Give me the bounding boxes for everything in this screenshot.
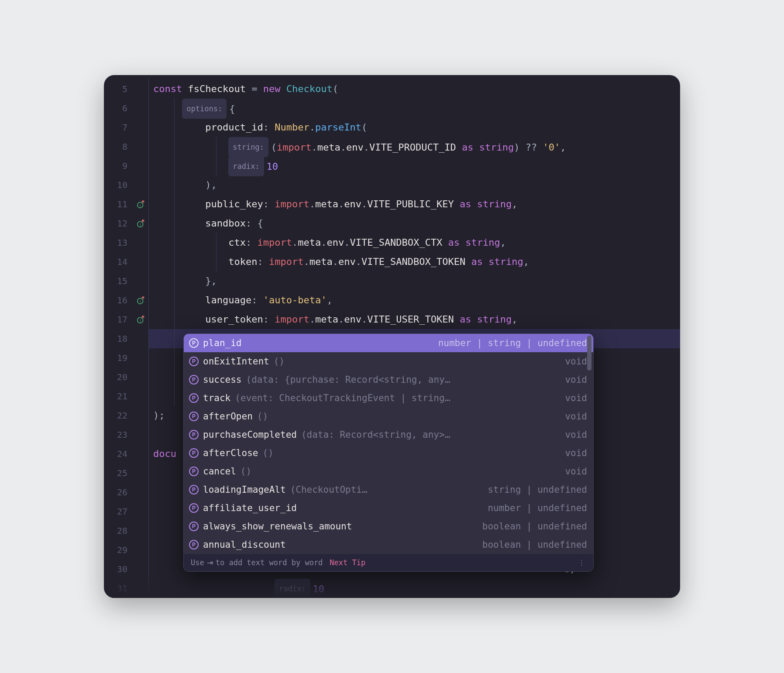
next-tip-link[interactable]: Next Tip bbox=[330, 558, 365, 567]
more-icon[interactable]: ⋮ bbox=[578, 558, 586, 567]
line-number[interactable]: 31 bbox=[104, 579, 134, 598]
line-number[interactable]: 5 bbox=[104, 79, 134, 99]
svg-text:I: I bbox=[140, 299, 141, 304]
code-line[interactable]: radix:10 bbox=[149, 579, 680, 598]
line-number[interactable]: 9 bbox=[104, 156, 134, 175]
scrollbar-thumb[interactable] bbox=[587, 336, 591, 371]
line-number[interactable]: 25 bbox=[104, 464, 134, 483]
inlay-hint: string: bbox=[228, 137, 268, 157]
property-icon: P bbox=[189, 338, 199, 348]
completion-popup[interactable]: Pplan_idnumber | string | undefinedPonEx… bbox=[183, 333, 594, 572]
completion-item[interactable]: Palways_show_renewals_amountboolean | un… bbox=[184, 517, 593, 536]
completion-item[interactable]: PafterOpen()void bbox=[184, 407, 593, 426]
completion-signature: (CheckoutOpti… bbox=[290, 484, 368, 495]
usage-hint-icon[interactable]: I bbox=[134, 195, 148, 214]
annotation-cell bbox=[134, 233, 148, 252]
completion-type: number | undefined bbox=[488, 503, 587, 513]
annotation-cell bbox=[134, 99, 148, 118]
property-icon: P bbox=[189, 412, 199, 421]
code-line[interactable]: options:{ bbox=[149, 99, 680, 118]
identifier: fsCheckout bbox=[188, 83, 245, 94]
property-icon: P bbox=[189, 430, 199, 440]
completion-item[interactable]: Pannual_discountboolean | undefined bbox=[184, 536, 593, 554]
code-line[interactable]: token: import.meta.env.VITE_SANDBOX_TOKE… bbox=[149, 252, 680, 271]
completion-list[interactable]: Pplan_idnumber | string | undefinedPonEx… bbox=[184, 334, 593, 554]
completion-item[interactable]: Pcancel()void bbox=[184, 462, 593, 481]
code-line[interactable]: sandbox: { bbox=[149, 214, 680, 233]
line-number[interactable]: 17 bbox=[104, 310, 134, 329]
usage-hint-icon[interactable]: I bbox=[134, 291, 148, 310]
code-line[interactable]: string:(import.meta.env.VITE_PRODUCT_ID … bbox=[149, 137, 680, 156]
completion-name: affiliate_user_id bbox=[203, 503, 297, 513]
completion-item[interactable]: Pplan_idnumber | string | undefined bbox=[184, 334, 593, 352]
code-line[interactable]: product_id: Number.parseInt( bbox=[149, 118, 680, 137]
line-number[interactable]: 21 bbox=[104, 387, 134, 406]
completion-type: boolean | undefined bbox=[482, 521, 587, 532]
line-number[interactable]: 6 bbox=[104, 99, 134, 118]
completion-item[interactable]: PafterClose()void bbox=[184, 444, 593, 462]
line-number[interactable]: 10 bbox=[104, 175, 134, 195]
line-number[interactable]: 24 bbox=[104, 444, 134, 464]
code-line[interactable]: const fsCheckout = new Checkout( bbox=[149, 79, 680, 99]
completion-item[interactable]: Psuccess(data: {purchase: Record<string,… bbox=[184, 371, 593, 389]
inlay-hint: options: bbox=[182, 99, 227, 119]
inlay-hint: radix: bbox=[228, 156, 264, 176]
code-line[interactable]: user_token: import.meta.env.VITE_USER_TO… bbox=[149, 310, 680, 329]
completion-name: success bbox=[203, 374, 242, 385]
line-number[interactable]: 18 bbox=[104, 329, 134, 348]
completion-signature: () bbox=[262, 448, 273, 458]
completion-type: void bbox=[565, 429, 587, 440]
completion-type: number | string | undefined bbox=[438, 338, 587, 348]
line-number[interactable]: 23 bbox=[104, 425, 134, 444]
operator: = bbox=[251, 83, 257, 94]
annotation-cell bbox=[134, 387, 148, 406]
completion-name: purchaseCompleted bbox=[203, 429, 297, 440]
completion-type: void bbox=[565, 356, 587, 367]
completion-item[interactable]: PloadingImageAlt (CheckoutOpti…string | … bbox=[184, 481, 593, 499]
line-number[interactable]: 12 bbox=[104, 214, 134, 233]
code-line[interactable]: radix:10 bbox=[149, 156, 680, 175]
line-number[interactable]: 27 bbox=[104, 502, 134, 521]
property-icon: P bbox=[189, 467, 199, 476]
property-icon: P bbox=[189, 522, 199, 531]
annotation-cell bbox=[134, 425, 148, 444]
completion-signature: (data: {purchase: Record<string, any… bbox=[246, 374, 450, 385]
number: 10 bbox=[267, 161, 279, 172]
line-number[interactable]: 8 bbox=[104, 137, 134, 156]
keyword: new bbox=[263, 83, 281, 94]
line-number[interactable]: 26 bbox=[104, 483, 134, 502]
usage-hint-icon[interactable]: I bbox=[134, 310, 148, 329]
completion-type: void bbox=[565, 448, 587, 458]
line-number[interactable]: 30 bbox=[104, 560, 134, 579]
completion-item[interactable]: Paffiliate_user_idnumber | undefined bbox=[184, 499, 593, 517]
code-line[interactable]: language: 'auto-beta', bbox=[149, 291, 680, 310]
completion-item[interactable]: PonExitIntent()void bbox=[184, 352, 593, 371]
line-number[interactable]: 7 bbox=[104, 118, 134, 137]
annotation-cell bbox=[134, 367, 148, 387]
code-line[interactable]: public_key: import.meta.env.VITE_PUBLIC_… bbox=[149, 195, 680, 214]
line-number[interactable]: 29 bbox=[104, 540, 134, 560]
completion-name: afterClose bbox=[203, 448, 258, 458]
usage-hint-icon[interactable]: I bbox=[134, 214, 148, 233]
line-number[interactable]: 13 bbox=[104, 233, 134, 252]
code-line[interactable]: ctx: import.meta.env.VITE_SANDBOX_CTX as… bbox=[149, 233, 680, 252]
line-number[interactable]: 14 bbox=[104, 252, 134, 271]
annotation-cell bbox=[134, 79, 148, 99]
class-name: Checkout bbox=[286, 83, 333, 94]
code-line[interactable]: }, bbox=[149, 271, 680, 291]
line-number[interactable]: 28 bbox=[104, 521, 134, 540]
property-icon: P bbox=[189, 393, 199, 403]
completion-item[interactable]: PpurchaseCompleted(data: Record<string, … bbox=[184, 426, 593, 444]
line-number[interactable]: 22 bbox=[104, 406, 134, 425]
line-number[interactable]: 11 bbox=[104, 195, 134, 214]
completion-item[interactable]: Ptrack(event: CheckoutTrackingEvent | st… bbox=[184, 389, 593, 407]
completion-signature: (data: Record<string, any>… bbox=[301, 429, 450, 440]
line-number[interactable]: 20 bbox=[104, 367, 134, 387]
line-number[interactable]: 19 bbox=[104, 348, 134, 367]
completion-name: onExitIntent bbox=[203, 356, 269, 367]
completion-name: loadingImageAlt bbox=[203, 484, 286, 495]
annotation-cell bbox=[134, 271, 148, 291]
code-line[interactable]: ), bbox=[149, 175, 680, 195]
line-number[interactable]: 15 bbox=[104, 271, 134, 291]
line-number[interactable]: 16 bbox=[104, 291, 134, 310]
